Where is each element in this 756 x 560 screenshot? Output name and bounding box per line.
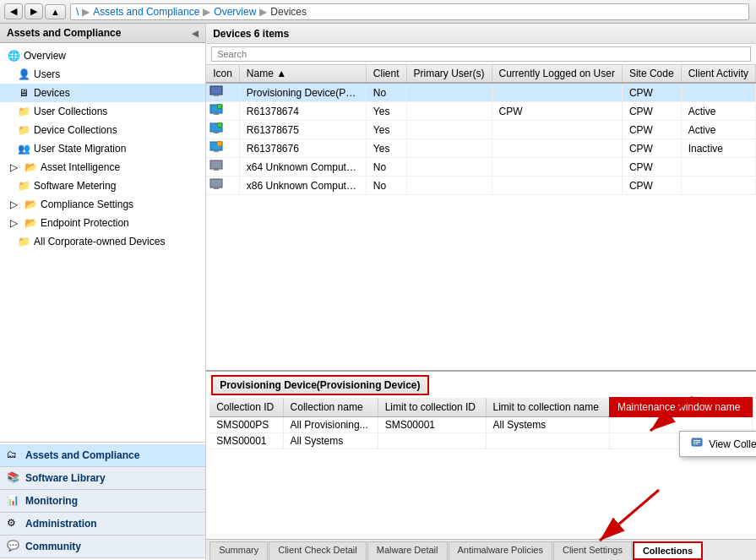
sidebar-bottom-monitoring[interactable]: 📊 Monitoring [0, 490, 205, 513]
row-icon [206, 158, 239, 177]
table-row[interactable]: SMS00001 All Systems [209, 432, 752, 449]
software-library-icon: 📚 [7, 471, 20, 485]
device-provisioning-icon [209, 85, 223, 97]
col-logged-on[interactable]: Currently Logged on User [492, 65, 622, 83]
search-bar [206, 44, 756, 65]
row-logged-on [492, 158, 622, 177]
folder-icon: 📂 [24, 160, 37, 174]
col-limit-id[interactable]: Limit to collection ID [378, 398, 486, 416]
table-row[interactable]: SMS000PS All Provisioning... SMS00001 Al… [209, 416, 752, 432]
col-client[interactable]: Client [366, 65, 406, 83]
sidebar-item-devices[interactable]: 🖥 Devices [0, 84, 205, 102]
table-row[interactable]: x64 Unknown Computer... No CPW [206, 158, 755, 177]
tab-malware-detail[interactable]: Malware Detail [367, 541, 448, 560]
sidebar-item-label: Endpoint Protection [41, 217, 199, 229]
table-row[interactable]: R61378675 Yes CPW Active [206, 121, 755, 139]
row-logged-on [492, 139, 622, 158]
row-name: R61378676 [239, 139, 366, 158]
sidebar-item-overview[interactable]: 🌐 Overview [0, 46, 205, 65]
table-row[interactable]: Provisioning Device(Pro... No CPW [206, 83, 755, 102]
svg-rect-18 [693, 443, 698, 444]
table-header-row: Icon Name ▲ Client Primary User(s) Curre… [206, 65, 755, 83]
sidebar-item-label: User State Migration [34, 143, 199, 155]
col-primary-user[interactable]: Primary User(s) [406, 65, 492, 83]
sidebar-item-software-metering[interactable]: 📁 Software Metering [0, 177, 205, 195]
sidebar-bottom-administration[interactable]: ⚙ Administration [0, 513, 205, 536]
sidebar-bottom-label: Community [25, 541, 81, 552]
row-site-code: CPW [622, 102, 681, 121]
row-activity: Inactive [681, 139, 755, 158]
sidebar-item-user-state-migration[interactable]: 👥 User State Migration [0, 139, 205, 158]
sidebar-item-device-collections[interactable]: 📁 Device Collections [0, 121, 205, 139]
view-collection-menu-item[interactable]: View Collection [680, 432, 756, 456]
forward-button[interactable]: ▶ [24, 3, 43, 19]
row-logged-on [492, 177, 622, 195]
sidebar-item-endpoint-protection[interactable]: ▷ 📂 Endpoint Protection [0, 214, 205, 232]
row-client: Yes [366, 102, 406, 121]
tab-collections[interactable]: Collections [633, 541, 703, 560]
folder-device-icon: 📁 [17, 123, 30, 137]
globe-icon: 🌐 [7, 49, 20, 63]
device-unknown-icon [209, 178, 223, 190]
sidebar-item-asset-intelligence[interactable]: ▷ 📂 Asset Intelligence [0, 158, 205, 177]
row-client: No [366, 158, 406, 177]
nav-root[interactable]: \ [76, 6, 79, 18]
sidebar-item-label: Asset Intelligence [41, 161, 199, 173]
col-collection-id[interactable]: Collection ID [209, 398, 283, 416]
sidebar-item-user-collections[interactable]: 📁 User Collections [0, 102, 205, 121]
row-primary-user [406, 83, 492, 102]
sidebar-bottom-nav: 🗂 Assets and Compliance 📚 Software Libra… [0, 442, 205, 560]
nav-assets[interactable]: Assets and Compliance [93, 6, 199, 18]
folder-icon: 📁 [17, 235, 30, 248]
sidebar-item-label: Compliance Settings [41, 198, 199, 210]
col-maintenance-window[interactable]: Maintenance window name [610, 398, 752, 416]
collections-table: Collection ID Collection name Limit to c… [209, 397, 753, 449]
sidebar-item-all-corporate[interactable]: 📁 All Corporate-owned Devices [0, 232, 205, 251]
col-site-code[interactable]: Site Code [622, 65, 681, 83]
row-client: No [366, 177, 406, 195]
sidebar-bottom-software-library[interactable]: 📚 Software Library [0, 467, 205, 490]
user-state-icon: 👥 [17, 142, 30, 155]
row-activity: Active [681, 102, 755, 121]
devices-table: Icon Name ▲ Client Primary User(s) Curre… [206, 65, 756, 195]
col-name[interactable]: Name ▲ [239, 65, 366, 83]
table-row[interactable]: R61378676 Yes CPW Inactive [206, 139, 755, 158]
svg-rect-6 [214, 132, 219, 133]
tab-client-settings[interactable]: Client Settings [553, 541, 632, 560]
col-limit-name[interactable]: Limit to collection name [486, 398, 610, 416]
table-row[interactable]: R61378674 Yes CPW CPW Active [206, 102, 755, 121]
row-name: Provisioning Device(Pro... [239, 83, 366, 102]
tab-antimalware[interactable]: Antimalware Policies [449, 541, 552, 560]
monitoring-icon: 📊 [7, 494, 20, 508]
folder-icon: 📂 [24, 198, 37, 211]
sidebar-item-users[interactable]: 👤 Users [0, 65, 205, 84]
row-activity [681, 83, 755, 102]
sidebar-collapse-button[interactable]: ◀ [192, 29, 199, 38]
sidebar-header: Assets and Compliance ◀ [0, 24, 205, 43]
sidebar-bottom-community[interactable]: 💬 Community [0, 536, 205, 558]
svg-rect-17 [693, 442, 700, 443]
up-button[interactable]: ▲ [45, 4, 66, 19]
monitor-icon: 🖥 [17, 86, 30, 100]
sidebar-item-compliance-settings[interactable]: ▷ 📂 Compliance Settings [0, 195, 205, 214]
col-activity[interactable]: Client Activity [681, 65, 755, 83]
col-collection-name[interactable]: Collection name [283, 398, 378, 416]
content-area: Devices 6 items Icon Name ▲ Client Prima… [206, 24, 756, 560]
table-row[interactable]: x86 Unknown Computer... No CPW [206, 177, 755, 195]
search-input[interactable] [211, 46, 751, 62]
row-primary-user [406, 139, 492, 158]
row-name: R61378674 [239, 102, 366, 121]
cell-col-id: SMS000PS [209, 416, 283, 432]
bottom-panel: Provisioning Device(Provisioning Device)… [206, 370, 756, 539]
tab-client-check[interactable]: Client Check Detail [269, 541, 367, 560]
context-menu: View Collection [679, 431, 756, 457]
sidebar-bottom-label: Monitoring [25, 495, 78, 507]
expand-icon: ▷ [7, 198, 20, 211]
sidebar-bottom-assets-compliance[interactable]: 🗂 Assets and Compliance [0, 444, 205, 467]
tab-summary[interactable]: Summary [209, 541, 268, 560]
back-button[interactable]: ◀ [4, 3, 23, 19]
col-icon[interactable]: Icon [206, 65, 239, 83]
row-logged-on: CPW [492, 102, 622, 121]
svg-rect-16 [693, 440, 700, 441]
nav-overview[interactable]: Overview [214, 6, 256, 18]
